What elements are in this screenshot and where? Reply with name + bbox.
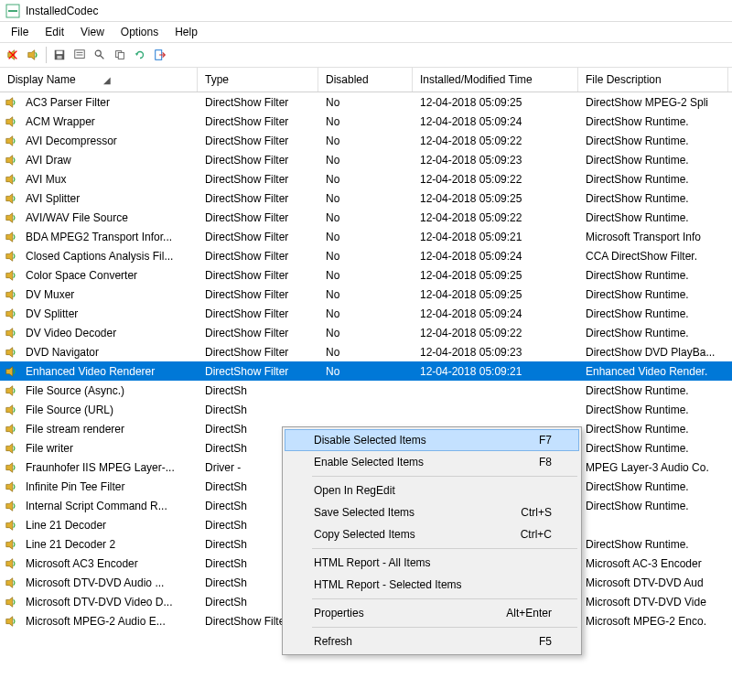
cell-desc: DirectShow Runtime. (582, 442, 732, 455)
cell-disabled: No (322, 365, 416, 378)
context-menu-label: HTML Report - Selected Items (314, 578, 462, 591)
sort-arrow-icon: ◢ (103, 75, 111, 85)
table-row[interactable]: Closed Captions Analysis Fil...DirectSho… (0, 246, 732, 265)
context-menu-item[interactable]: PropertiesAlt+Enter (285, 602, 579, 624)
svg-marker-25 (6, 232, 13, 242)
table-row[interactable]: DV SplitterDirectShow FilterNo12-04-2018… (0, 304, 732, 323)
context-menu-item[interactable]: Copy Selected ItemsCtrl+C (285, 523, 579, 545)
find-icon[interactable] (91, 46, 109, 64)
table-row[interactable]: File Source (URL)DirectShDirectShow Runt… (0, 400, 732, 419)
header-type[interactable]: Type (198, 68, 318, 92)
disable-icon[interactable] (4, 46, 22, 64)
svg-marker-20 (6, 135, 13, 145)
svg-marker-18 (6, 97, 13, 107)
header-disabled[interactable]: Disabled (318, 68, 413, 92)
speaker-icon (4, 326, 18, 340)
table-row[interactable]: AVI SplitterDirectShow FilterNo12-04-201… (0, 188, 732, 208)
context-menu-item[interactable]: RefreshF5 (285, 630, 579, 652)
cell-name: File writer (22, 442, 201, 455)
table-row[interactable]: AVI/WAV File SourceDirectShow FilterNo12… (0, 208, 732, 227)
menu-view[interactable]: View (73, 24, 112, 40)
cell-time: 12-04-2018 05:09:25 (416, 269, 582, 282)
cell-disabled: No (322, 288, 416, 301)
cell-type: DirectShow Filter (201, 365, 322, 378)
context-menu-item[interactable]: Enable Selected ItemsF8 (285, 451, 579, 473)
cell-time: 12-04-2018 05:09:24 (416, 115, 582, 128)
cell-disabled: No (322, 307, 416, 320)
context-menu-item[interactable]: HTML Report - All Items (285, 552, 579, 574)
cell-desc: DirectShow Runtime. (582, 480, 732, 493)
refresh-icon[interactable] (131, 46, 149, 64)
table-row[interactable]: DVD NavigatorDirectShow FilterNo12-04-20… (0, 342, 732, 361)
cell-name: Line 21 Decoder 2 (22, 538, 201, 551)
menu-help[interactable]: Help (167, 24, 205, 40)
context-menu-item[interactable]: Open In RegEdit (285, 479, 579, 501)
cell-type: DirectShow Filter (201, 288, 322, 301)
svg-marker-38 (6, 481, 13, 491)
svg-marker-41 (6, 539, 13, 549)
table-row[interactable]: DV MuxerDirectShow FilterNo12-04-2018 05… (0, 285, 732, 304)
cell-type: DirectShow Filter (201, 307, 322, 320)
context-menu-label: Refresh (314, 635, 352, 648)
svg-rect-9 (75, 50, 85, 59)
table-row[interactable]: Color Space ConverterDirectShow FilterNo… (0, 265, 732, 285)
menu-edit[interactable]: Edit (38, 24, 71, 40)
cell-type: DirectSh (201, 384, 322, 397)
table-row[interactable]: DV Video DecoderDirectShow FilterNo12-04… (0, 323, 732, 342)
cell-desc: Microsoft DTV-DVD Aud (582, 576, 732, 589)
copy-icon[interactable] (111, 46, 129, 64)
context-menu-label: Enable Selected Items (314, 456, 424, 468)
context-menu-shortcut: Ctrl+C (521, 528, 552, 541)
speaker-icon (4, 191, 18, 206)
save-icon[interactable] (50, 46, 69, 64)
header-description[interactable]: File Description (578, 68, 728, 92)
cell-time: 12-04-2018 05:09:22 (416, 211, 582, 224)
menu-options[interactable]: Options (113, 24, 166, 40)
header-display-name[interactable]: Display Name◢ (0, 68, 198, 92)
cell-disabled: No (322, 346, 416, 359)
cell-name: Closed Captions Analysis Fil... (22, 250, 201, 263)
cell-desc: DirectShow Runtime. (582, 500, 732, 512)
table-row[interactable]: ACM WrapperDirectShow FilterNo12-04-2018… (0, 112, 732, 131)
cell-time: 12-04-2018 05:09:22 (416, 135, 582, 147)
menu-file[interactable]: File (4, 24, 36, 40)
speaker-icon (4, 114, 18, 129)
cell-desc: DirectShow Runtime. (582, 288, 732, 301)
cell-type: DirectSh (201, 404, 322, 416)
cell-desc: DirectShow Runtime. (582, 423, 732, 436)
table-row[interactable]: File Source (Async.)DirectShDirectShow R… (0, 381, 732, 400)
svg-marker-42 (6, 558, 13, 568)
properties-icon[interactable] (70, 46, 89, 64)
cell-time: 12-04-2018 05:09:25 (416, 192, 582, 205)
cell-name: Enhanced Video Renderer (22, 365, 201, 378)
table-row[interactable]: AC3 Parser FilterDirectShow FilterNo12-0… (0, 92, 732, 112)
cell-name: File Source (Async.) (22, 384, 201, 397)
table-row[interactable]: AVI DecompressorDirectShow FilterNo12-04… (0, 131, 732, 150)
cell-desc: DirectShow Runtime. (582, 307, 732, 320)
svg-marker-33 (6, 385, 13, 395)
svg-rect-8 (57, 56, 61, 59)
cell-name: Line 21 Decoder (22, 519, 201, 532)
enable-icon[interactable] (24, 46, 42, 64)
cell-name: AVI/WAV File Source (22, 211, 201, 224)
svg-marker-43 (6, 577, 13, 587)
cell-desc: DirectShow Runtime. (582, 327, 732, 339)
svg-marker-37 (6, 462, 13, 472)
table-row[interactable]: AVI DrawDirectShow FilterNo12-04-2018 05… (0, 150, 732, 169)
svg-marker-16 (135, 53, 139, 56)
exit-icon[interactable] (151, 46, 169, 64)
titlebar: InstalledCodec (0, 0, 732, 22)
header-time[interactable]: Installed/Modified Time (413, 68, 578, 92)
table-row[interactable]: BDA MPEG2 Transport Infor...DirectShow F… (0, 227, 732, 246)
context-menu-item[interactable]: Disable Selected ItemsF7 (285, 429, 579, 451)
cell-name: DV Muxer (22, 288, 201, 301)
table-row[interactable]: AVI MuxDirectShow FilterNo12-04-2018 05:… (0, 169, 732, 188)
cell-name: AC3 Parser Filter (22, 96, 201, 109)
context-menu-item[interactable]: Save Selected ItemsCtrl+S (285, 501, 579, 523)
cell-desc: DirectShow Runtime. (582, 384, 732, 397)
cell-type: DirectShow Filter (201, 154, 322, 167)
context-menu-separator (312, 598, 577, 599)
speaker-icon (4, 210, 18, 225)
context-menu-item[interactable]: HTML Report - Selected Items (285, 574, 579, 596)
table-row[interactable]: Enhanced Video RendererDirectShow Filter… (0, 361, 732, 381)
